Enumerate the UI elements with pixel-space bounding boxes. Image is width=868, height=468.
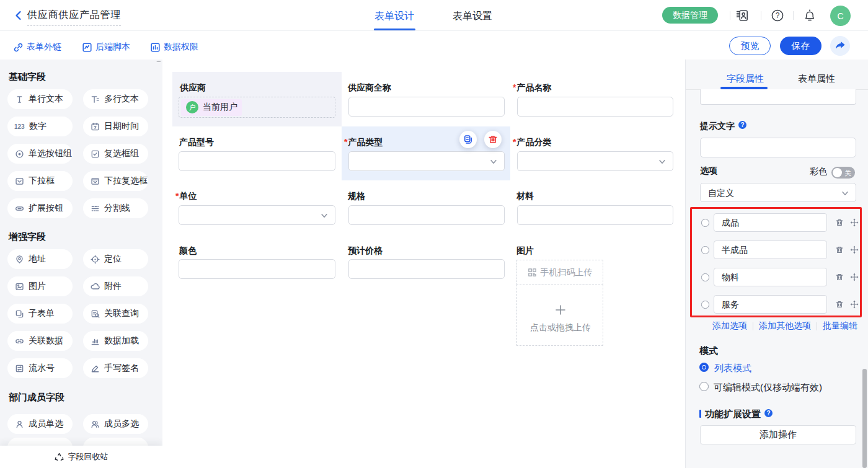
svg-text:?: ? (776, 11, 780, 20)
